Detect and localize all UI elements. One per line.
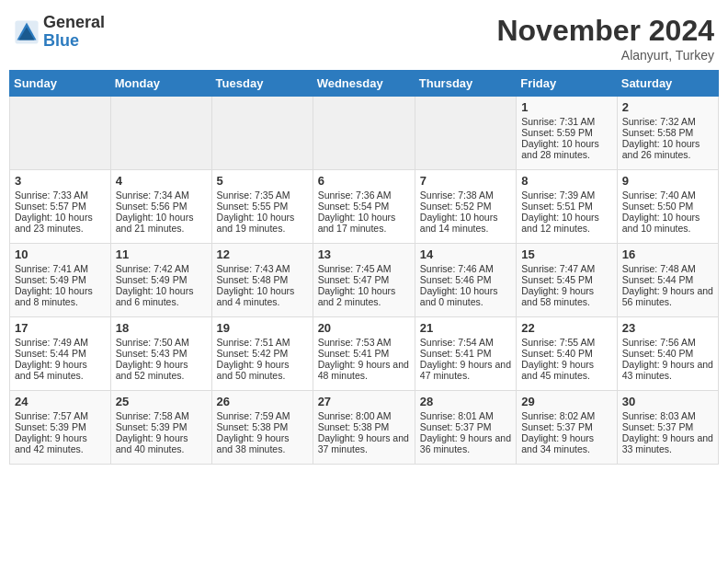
calendar-cell: 9Sunrise: 7:40 AMSunset: 5:50 PMDaylight… <box>617 170 718 244</box>
day-number: 28 <box>420 395 511 408</box>
calendar-cell <box>110 97 211 170</box>
day-info: Sunrise: 7:49 AM <box>15 337 106 348</box>
day-info: Daylight: 10 hours and 12 minutes. <box>521 212 612 234</box>
day-info: Sunrise: 7:56 AM <box>622 337 713 348</box>
day-number: 6 <box>318 174 410 188</box>
day-info: Sunrise: 7:43 AM <box>217 263 308 274</box>
day-number: 18 <box>116 321 207 335</box>
day-info: Sunrise: 7:59 AM <box>217 410 308 421</box>
calendar-cell: 26Sunrise: 7:59 AMSunset: 5:38 PMDayligh… <box>211 391 313 465</box>
calendar-cell: 30Sunrise: 8:03 AMSunset: 5:37 PMDayligh… <box>617 391 718 465</box>
calendar-cell: 28Sunrise: 8:01 AMSunset: 5:37 PMDayligh… <box>415 391 516 465</box>
day-info: Sunset: 5:55 PM <box>217 201 308 212</box>
day-info: Sunset: 5:44 PM <box>15 348 106 359</box>
day-header-thursday: Thursday <box>415 71 516 97</box>
calendar-cell: 8Sunrise: 7:39 AMSunset: 5:51 PMDaylight… <box>517 170 618 244</box>
day-info: Sunset: 5:44 PM <box>622 274 713 285</box>
logo-text: General Blue <box>43 14 105 51</box>
page-header: General Blue November 2024 Alanyurt, Tur… <box>9 9 719 63</box>
day-info: Sunset: 5:40 PM <box>521 348 612 359</box>
day-info: Sunset: 5:38 PM <box>318 421 410 432</box>
calendar-cell: 20Sunrise: 7:53 AMSunset: 5:41 PMDayligh… <box>313 317 415 391</box>
week-row-2: 3Sunrise: 7:33 AMSunset: 5:57 PMDaylight… <box>10 170 719 244</box>
day-number: 29 <box>521 395 612 408</box>
day-number: 21 <box>420 321 511 335</box>
day-number: 27 <box>318 395 410 408</box>
calendar-cell: 19Sunrise: 7:51 AMSunset: 5:42 PMDayligh… <box>211 317 313 391</box>
day-info: Sunrise: 7:39 AM <box>521 190 612 201</box>
day-info: Daylight: 9 hours and 36 minutes. <box>420 432 511 454</box>
day-info: Sunrise: 7:54 AM <box>420 337 511 348</box>
day-number: 2 <box>622 100 713 114</box>
day-info: Sunrise: 7:53 AM <box>318 337 410 348</box>
day-info: Sunrise: 7:41 AM <box>15 263 106 274</box>
day-info: Sunset: 5:37 PM <box>521 421 612 432</box>
day-number: 12 <box>217 247 308 261</box>
day-info: Daylight: 10 hours and 17 minutes. <box>318 212 410 234</box>
day-number: 14 <box>420 247 511 261</box>
day-info: Daylight: 9 hours and 38 minutes. <box>217 432 308 454</box>
day-info: Daylight: 9 hours and 33 minutes. <box>622 432 713 454</box>
day-info: Daylight: 9 hours and 34 minutes. <box>521 432 612 454</box>
day-info: Sunset: 5:38 PM <box>217 421 308 432</box>
day-info: Sunrise: 7:57 AM <box>15 410 106 421</box>
day-info: Sunset: 5:37 PM <box>420 421 511 432</box>
calendar-cell: 5Sunrise: 7:35 AMSunset: 5:55 PMDaylight… <box>211 170 313 244</box>
day-info: Daylight: 9 hours and 43 minutes. <box>622 359 713 381</box>
day-number: 22 <box>521 321 612 335</box>
month-title: November 2024 <box>496 14 714 48</box>
day-number: 17 <box>15 321 106 335</box>
day-info: Daylight: 10 hours and 23 minutes. <box>15 212 106 234</box>
day-info: Sunset: 5:41 PM <box>420 348 511 359</box>
day-info: Daylight: 9 hours and 42 minutes. <box>15 432 106 454</box>
day-number: 11 <box>116 247 207 261</box>
day-info: Sunset: 5:39 PM <box>116 421 207 432</box>
calendar-cell: 29Sunrise: 8:02 AMSunset: 5:37 PMDayligh… <box>517 391 618 465</box>
calendar-cell: 23Sunrise: 7:56 AMSunset: 5:40 PMDayligh… <box>617 317 718 391</box>
week-row-1: 1Sunrise: 7:31 AMSunset: 5:59 PMDaylight… <box>10 97 719 170</box>
calendar-cell: 4Sunrise: 7:34 AMSunset: 5:56 PMDaylight… <box>110 170 211 244</box>
calendar-header-row: SundayMondayTuesdayWednesdayThursdayFrid… <box>10 71 719 97</box>
calendar-cell: 6Sunrise: 7:36 AMSunset: 5:54 PMDaylight… <box>313 170 415 244</box>
calendar-cell: 12Sunrise: 7:43 AMSunset: 5:48 PMDayligh… <box>211 244 313 317</box>
day-number: 25 <box>116 395 207 408</box>
calendar-cell <box>313 97 415 170</box>
day-number: 13 <box>318 247 410 261</box>
day-info: Sunset: 5:48 PM <box>217 274 308 285</box>
day-info: Sunrise: 7:40 AM <box>622 190 713 201</box>
calendar-table: SundayMondayTuesdayWednesdayThursdayFrid… <box>9 70 719 465</box>
day-info: Sunrise: 7:34 AM <box>116 190 207 201</box>
calendar-cell <box>211 97 313 170</box>
day-info: Sunset: 5:42 PM <box>217 348 308 359</box>
day-info: Daylight: 10 hours and 4 minutes. <box>217 285 308 307</box>
day-info: Daylight: 9 hours and 52 minutes. <box>116 359 207 381</box>
calendar-cell: 7Sunrise: 7:38 AMSunset: 5:52 PMDaylight… <box>415 170 516 244</box>
day-info: Daylight: 9 hours and 37 minutes. <box>318 432 410 454</box>
day-info: Daylight: 10 hours and 0 minutes. <box>420 285 511 307</box>
day-info: Sunrise: 7:50 AM <box>116 337 207 348</box>
day-info: Sunrise: 7:42 AM <box>116 263 207 274</box>
day-header-friday: Friday <box>517 71 618 97</box>
day-number: 8 <box>521 174 612 188</box>
day-number: 16 <box>622 247 713 261</box>
day-info: Daylight: 9 hours and 54 minutes. <box>15 359 106 381</box>
day-info: Daylight: 9 hours and 40 minutes. <box>116 432 207 454</box>
day-info: Sunset: 5:54 PM <box>318 201 410 212</box>
day-info: Sunrise: 8:01 AM <box>420 410 511 421</box>
day-info: Sunset: 5:57 PM <box>15 201 106 212</box>
day-info: Sunset: 5:41 PM <box>318 348 410 359</box>
day-info: Daylight: 10 hours and 14 minutes. <box>420 212 511 234</box>
day-info: Sunset: 5:45 PM <box>521 274 612 285</box>
logo-icon <box>14 19 40 45</box>
day-info: Sunset: 5:59 PM <box>521 127 612 138</box>
day-info: Sunset: 5:51 PM <box>521 201 612 212</box>
day-info: Sunrise: 7:36 AM <box>318 190 410 201</box>
day-info: Daylight: 10 hours and 8 minutes. <box>15 285 106 307</box>
day-info: Sunrise: 7:35 AM <box>217 190 308 201</box>
day-number: 26 <box>217 395 308 408</box>
day-number: 3 <box>15 174 106 188</box>
day-info: Sunset: 5:50 PM <box>622 201 713 212</box>
calendar-cell: 27Sunrise: 8:00 AMSunset: 5:38 PMDayligh… <box>313 391 415 465</box>
day-info: Sunrise: 8:02 AM <box>521 410 612 421</box>
week-row-4: 17Sunrise: 7:49 AMSunset: 5:44 PMDayligh… <box>10 317 719 391</box>
